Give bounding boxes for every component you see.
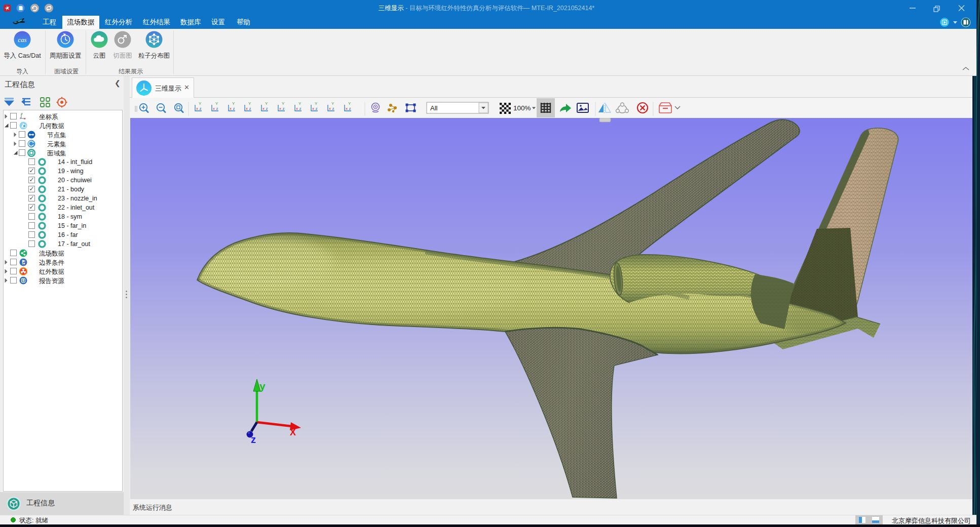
- svg-text:z: z: [332, 106, 334, 111]
- svg-text:Y: Y: [232, 101, 235, 106]
- svg-text:x: x: [230, 106, 232, 111]
- svg-text:Y: Y: [315, 101, 318, 106]
- svg-text:z: z: [249, 106, 251, 111]
- svg-text:z: z: [233, 106, 235, 111]
- svg-text:Y: Y: [265, 101, 268, 106]
- svg-text:All: All: [430, 104, 438, 112]
- svg-text:z: z: [266, 106, 268, 111]
- svg-text:cas: cas: [18, 36, 26, 44]
- svg-text:Y: Y: [248, 101, 251, 106]
- svg-text:z: z: [251, 434, 256, 445]
- svg-text:z: z: [283, 106, 285, 111]
- svg-text:Y: Y: [21, 112, 23, 115]
- svg-text:Y: Y: [298, 101, 301, 106]
- svg-text:x: x: [196, 106, 198, 111]
- svg-text:z: z: [200, 106, 202, 111]
- svg-text:Y: Y: [348, 101, 351, 106]
- svg-text:x: x: [279, 106, 281, 111]
- svg-text:x: x: [213, 106, 215, 111]
- svg-text:z: z: [316, 106, 318, 111]
- svg-text:x: x: [312, 106, 314, 111]
- svg-text:x: x: [346, 106, 348, 111]
- svg-text:Y: Y: [282, 101, 285, 106]
- svg-text:z: z: [299, 106, 301, 111]
- svg-text:z: z: [20, 116, 21, 119]
- svg-text:Y: Y: [199, 101, 202, 106]
- svg-text:x: x: [246, 106, 248, 111]
- svg-text:y: y: [259, 380, 266, 392]
- svg-text:x: x: [262, 106, 265, 111]
- svg-text:100%: 100%: [513, 104, 531, 112]
- svg-text:Y: Y: [331, 101, 334, 106]
- svg-text:z: z: [349, 106, 351, 111]
- svg-text:Y: Y: [215, 101, 218, 106]
- svg-text:x: x: [296, 106, 298, 111]
- svg-text:X: X: [290, 427, 296, 437]
- svg-text:z: z: [216, 106, 218, 111]
- svg-text:x: x: [329, 106, 331, 111]
